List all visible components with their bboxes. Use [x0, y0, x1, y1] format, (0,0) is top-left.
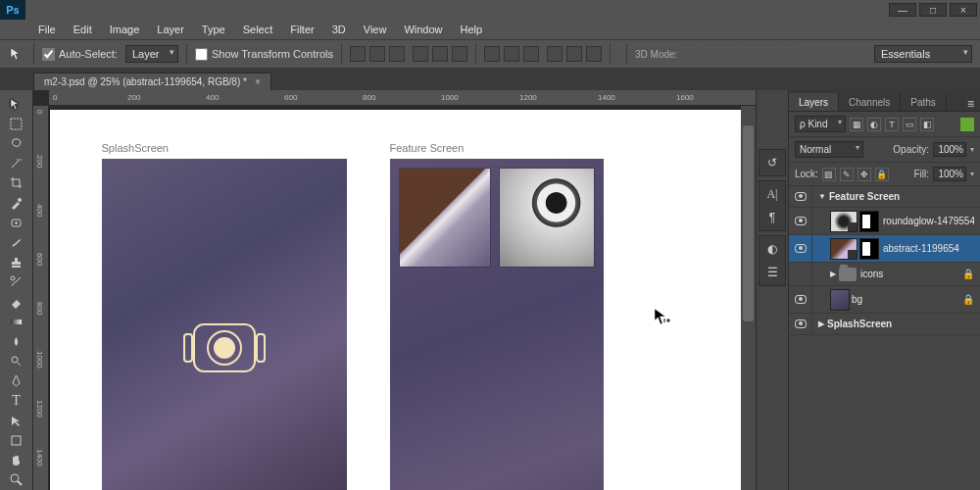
visibility-toggle[interactable] [789, 314, 812, 334]
blend-mode-dropdown[interactable]: Normal [795, 141, 863, 158]
character-panel-icon[interactable]: A| [763, 185, 781, 203]
layer-roundaglow[interactable]: roundaglow-1479554 [789, 208, 980, 235]
ruler-horizontal[interactable]: 0 200 400 600 800 1000 1200 1400 1600 18… [49, 90, 756, 106]
lock-transparency-icon[interactable]: ▨ [822, 168, 836, 181]
lock-icon[interactable]: 🔒 [962, 294, 974, 305]
menu-help[interactable]: Help [452, 21, 492, 38]
3d-scale-icon[interactable] [781, 47, 795, 61]
menu-filter[interactable]: Filter [281, 21, 322, 38]
visibility-toggle[interactable] [789, 186, 812, 207]
crop-tool[interactable] [4, 173, 29, 193]
artboard-featurescreen[interactable] [390, 159, 604, 490]
align-hcenter-icon[interactable] [432, 46, 448, 62]
info-panel-icon[interactable]: ☰ [763, 264, 781, 281]
window-close-button[interactable]: × [950, 3, 977, 17]
layer-name[interactable]: Feature Screen [829, 191, 974, 202]
pen-tool[interactable] [4, 371, 29, 391]
layer-mask-thumbnail[interactable] [859, 238, 879, 260]
layer-thumbnail[interactable] [830, 289, 850, 311]
filter-adjust-icon[interactable]: ◐ [867, 118, 881, 131]
align-bottom-icon[interactable] [389, 46, 405, 62]
move-tool[interactable] [4, 94, 29, 114]
visibility-toggle[interactable] [789, 263, 812, 285]
3d-orbit-icon[interactable] [683, 47, 697, 61]
3d-zoom-icon[interactable] [761, 47, 775, 61]
history-brush-tool[interactable] [4, 272, 29, 292]
lock-position-icon[interactable]: ✥ [858, 168, 871, 181]
window-minimize-button[interactable]: — [889, 3, 916, 17]
dist-hcenter-icon[interactable] [566, 46, 582, 62]
shape-tool[interactable] [4, 430, 29, 450]
layer-mask-thumbnail[interactable] [859, 211, 879, 232]
collapsed-group-1[interactable]: ↺ [759, 149, 786, 176]
layer-group-feature[interactable]: ▼ Feature Screen [789, 186, 980, 208]
placed-image-roundaglow[interactable] [500, 169, 594, 267]
eyedropper-tool[interactable] [4, 193, 29, 213]
tab-channels[interactable]: Channels [839, 93, 901, 111]
menu-type[interactable]: Type [193, 21, 234, 38]
brush-tool[interactable] [4, 232, 29, 252]
lock-pixels-icon[interactable]: ✎ [840, 168, 854, 181]
auto-select-input[interactable] [42, 48, 55, 61]
paragraph-panel-icon[interactable]: ¶ [763, 209, 781, 226]
scrollbar-thumb[interactable] [743, 125, 754, 321]
visibility-toggle[interactable] [789, 208, 812, 234]
disclosure-icon[interactable]: ▶ [830, 270, 836, 278]
dist-left-icon[interactable] [547, 46, 563, 62]
type-tool[interactable]: T [4, 391, 29, 411]
dist-right-icon[interactable] [586, 46, 602, 62]
layer-filter-kind[interactable]: ρ Kind [795, 116, 846, 132]
vertical-scrollbar[interactable] [741, 106, 756, 490]
opacity-field[interactable]: 100% [933, 142, 966, 157]
dist-bottom-icon[interactable] [523, 46, 539, 62]
placed-image-abstract[interactable] [400, 169, 490, 267]
layer-thumbnail[interactable] [830, 211, 858, 232]
workspace-switcher[interactable]: Essentials [874, 45, 972, 63]
collapsed-group-3[interactable]: ◐ ☰ [759, 235, 786, 286]
layer-name[interactable]: bg [852, 294, 962, 305]
menu-select[interactable]: Select [234, 21, 282, 38]
layer-thumbnail[interactable] [830, 238, 858, 260]
dodge-tool[interactable] [4, 352, 29, 371]
disclosure-icon[interactable]: ▶ [818, 319, 824, 328]
filter-pixel-icon[interactable]: ▦ [850, 118, 863, 131]
3d-pan-icon[interactable] [722, 47, 736, 61]
auto-select-checkbox[interactable]: Auto-Select: [42, 48, 118, 61]
menu-file[interactable]: File [29, 21, 65, 38]
menu-edit[interactable]: Edit [65, 21, 101, 38]
properties-panel-icon[interactable]: ◐ [763, 240, 781, 258]
lock-all-icon[interactable]: 🔒 [875, 168, 889, 181]
fill-field[interactable]: 100% [933, 167, 966, 181]
3d-slide-icon[interactable] [742, 47, 756, 61]
artboard-splashscreen[interactable] [102, 159, 347, 490]
menu-3d[interactable]: 3D [323, 21, 355, 38]
layer-folder-icons[interactable]: ▶ icons 🔒 [789, 263, 980, 286]
zoom-tool[interactable] [4, 470, 29, 490]
layer-name[interactable]: roundaglow-1479554 [883, 216, 974, 226]
tab-layers[interactable]: Layers [789, 93, 839, 111]
align-left-icon[interactable] [413, 46, 428, 62]
dist-vcenter-icon[interactable] [504, 46, 519, 62]
path-select-tool[interactable] [4, 411, 29, 430]
visibility-toggle[interactable] [789, 286, 812, 313]
canvas-area[interactable]: 0 200 400 600 800 1000 1200 1400 1600 18… [33, 90, 756, 490]
menu-window[interactable]: Window [395, 21, 451, 38]
ruler-vertical[interactable]: 0 200 400 600 800 1000 1200 1400 [33, 106, 49, 490]
align-top-icon[interactable] [350, 46, 366, 62]
filter-type-icon[interactable]: T [885, 118, 899, 131]
menu-image[interactable]: Image [101, 21, 149, 38]
layer-bg[interactable]: bg 🔒 [789, 286, 980, 314]
filter-shape-icon[interactable]: ▭ [903, 118, 916, 131]
layer-abstract-selected[interactable]: abstract-1199654 [789, 235, 980, 263]
eraser-tool[interactable] [4, 292, 29, 312]
align-vcenter-icon[interactable] [369, 46, 385, 62]
layer-name[interactable]: SplashScreen [827, 318, 974, 329]
blur-tool[interactable] [4, 331, 29, 351]
wand-tool[interactable] [4, 154, 29, 173]
document-canvas[interactable]: SplashScreen Feature Screen [50, 110, 756, 490]
hand-tool[interactable] [4, 451, 29, 470]
close-tab-icon[interactable]: × [255, 76, 261, 87]
collapsed-group-2[interactable]: A| ¶ [759, 180, 786, 231]
tab-paths[interactable]: Paths [901, 93, 947, 111]
show-transform-checkbox[interactable]: Show Transform Controls [195, 48, 333, 61]
